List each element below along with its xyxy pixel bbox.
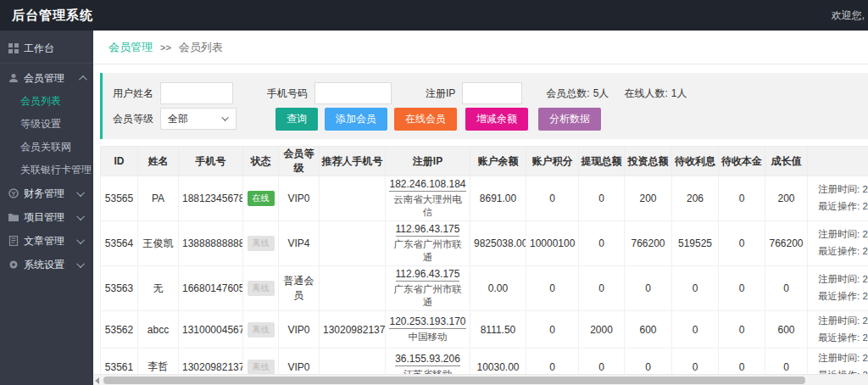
online-members-button[interactable]: 在线会员	[394, 108, 457, 131]
reg-time: 注册时间: 201	[818, 350, 868, 367]
cell-name: 无	[138, 266, 179, 311]
cell-name: abcc	[138, 311, 179, 349]
cell-points: 0	[526, 311, 579, 349]
total-members-value: 5人	[593, 86, 609, 101]
breadcrumb: 会员管理 >> 会员列表	[93, 31, 868, 64]
cell-pending-interest: 206	[672, 176, 719, 221]
sidebar-item-article[interactable]: 文章管理	[0, 229, 93, 253]
cell-reg-ip: 112.96.43.175 广东省广州市联通	[386, 221, 470, 266]
breadcrumb-parent-link[interactable]: 会员管理	[108, 40, 153, 55]
member-level-select[interactable]: 全部	[160, 108, 236, 130]
cell-time: 注册时间: 201 最近操作: 201	[808, 221, 868, 266]
sidebar-subitem-bank-card-mgmt[interactable]: 关联银行卡管理	[0, 159, 93, 181]
table-row: 53565 PA 18812345678 在线 VIP0 182.246.108…	[101, 176, 868, 221]
cell-reg-ip: 120.253.193.170 中国移动	[386, 311, 470, 349]
member-stats: 会员总数: 5人 在线人数: 1人	[546, 86, 687, 101]
username-label: 用户姓名	[113, 86, 153, 101]
top-bar: 后台管理系统 欢迎您,	[0, 0, 868, 31]
cell-name: PA	[138, 176, 179, 221]
phone-label: 手机号码	[267, 86, 308, 101]
status-badge: 离线	[248, 360, 275, 375]
username-input[interactable]	[160, 82, 233, 104]
sidebar-item-finance[interactable]: 财务管理	[0, 181, 93, 205]
cell-pending-principal: 0	[719, 176, 765, 221]
status-badge: 离线	[248, 281, 275, 296]
scroll-left-arrow-icon[interactable]	[95, 377, 99, 384]
col-header-name: 姓名	[138, 147, 179, 176]
ip-link[interactable]: 112.96.43.175	[396, 223, 460, 237]
ip-location: 云南省大理州电信	[389, 193, 466, 219]
col-header-invest-total: 投资总额	[625, 147, 672, 176]
ip-link[interactable]: 112.96.43.175	[396, 268, 460, 282]
sidebar-item-project[interactable]: 项目管理	[0, 205, 93, 229]
chevron-down-icon	[76, 212, 85, 220]
sidebar-item-label: 系统设置	[24, 258, 64, 272]
welcome-text: 欢迎您,	[832, 8, 865, 23]
main-content: 会员管理 >> 会员列表 用户姓名 手机号码 注册IP 会员总数: 5人	[93, 31, 868, 385]
cell-points: 10000100	[526, 221, 579, 266]
reg-time: 注册时间: 201	[818, 313, 868, 330]
article-icon	[8, 236, 19, 246]
cell-status: 离线	[243, 311, 279, 349]
ip-link[interactable]: 120.253.193.170	[389, 315, 465, 329]
ip-location: 广东省广州市联通	[389, 283, 466, 309]
chevron-up-icon	[79, 75, 87, 83]
query-button[interactable]: 查询	[275, 108, 318, 131]
adjust-balance-button[interactable]: 增减余额	[465, 108, 528, 131]
ip-link[interactable]: 36.155.93.206	[395, 353, 460, 366]
cell-invest-total: 600	[625, 311, 672, 349]
chevron-down-icon	[76, 188, 85, 197]
last-op-time: 最近操作: 201	[818, 243, 868, 260]
scrollbar-thumb[interactable]	[103, 377, 805, 384]
cell-balance: 9825038.00	[470, 221, 526, 266]
sidebar-subitem-member-list[interactable]: 会员列表	[0, 90, 93, 113]
col-header-time: 时间	[808, 147, 868, 176]
sidebar-item-system[interactable]: 系统设置	[0, 253, 93, 276]
cell-pending-interest: 519525	[672, 221, 719, 266]
ip-location: 广东省广州市联通	[389, 238, 466, 264]
cell-name: 王俊凯	[138, 221, 179, 266]
cell-pending-principal: 0	[719, 311, 765, 349]
member-table: ID 姓名 手机号 状态 会员等级 推荐人手机号 注册IP 账户余额 账户积分 …	[100, 146, 868, 385]
add-member-button[interactable]: 添加会员	[325, 108, 387, 131]
cell-phone: 13100004567	[179, 311, 243, 349]
cell-growth: 766200	[765, 221, 808, 266]
last-op-time: 最近操作: 202	[818, 198, 868, 215]
col-header-balance: 账户余额	[470, 147, 526, 176]
col-header-pending-interest: 待收利息	[672, 147, 719, 176]
cell-growth: 600	[765, 311, 808, 349]
member-table-container: ID 姓名 手机号 状态 会员等级 推荐人手机号 注册IP 账户余额 账户积分 …	[100, 146, 868, 385]
sidebar-item-workbench[interactable]: 工作台	[0, 36, 93, 60]
sidebar-subitem-level-settings[interactable]: 等级设置	[0, 113, 93, 136]
col-header-status: 状态	[243, 147, 279, 176]
settings-gear-icon	[8, 259, 19, 270]
sidebar-subitem-label: 会员列表	[20, 94, 61, 109]
ip-location: 中国移动	[389, 331, 466, 343]
cell-phone: 18812345678	[179, 176, 243, 221]
ip-link[interactable]: 182.246.108.184	[389, 178, 465, 192]
cell-id: 53564	[101, 221, 138, 266]
cell-referrer: 13020982137	[320, 311, 386, 349]
cell-status: 在线	[243, 176, 279, 221]
last-op-time: 最近操作: 201	[818, 330, 868, 347]
col-header-id: ID	[101, 147, 138, 176]
reg-ip-input[interactable]	[462, 82, 522, 104]
cell-invest-total: 766200	[625, 221, 672, 266]
analyze-data-button[interactable]: 分析数据	[538, 108, 601, 131]
col-header-growth: 成长值	[765, 147, 808, 176]
sidebar-subitem-label: 会员关联网	[20, 140, 71, 154]
sidebar-subitem-member-network[interactable]: 会员关联网	[0, 136, 93, 159]
cell-balance: 0.00	[470, 266, 526, 311]
status-badge: 离线	[248, 236, 275, 251]
sidebar-item-member-mgmt[interactable]: 会员管理	[0, 66, 93, 90]
breadcrumb-current: 会员列表	[179, 40, 223, 55]
cell-pending-principal: 0	[719, 221, 765, 266]
phone-input[interactable]	[314, 82, 392, 104]
select-caret-icon	[221, 114, 228, 120]
last-op-time: 最近操作: 201	[818, 288, 868, 305]
cell-points: 0	[526, 266, 579, 311]
cell-balance: 8111.50	[470, 311, 526, 349]
app-title: 后台管理系统	[12, 8, 93, 24]
sidebar-item-label: 文章管理	[24, 234, 64, 248]
cell-id: 53565	[101, 176, 138, 221]
